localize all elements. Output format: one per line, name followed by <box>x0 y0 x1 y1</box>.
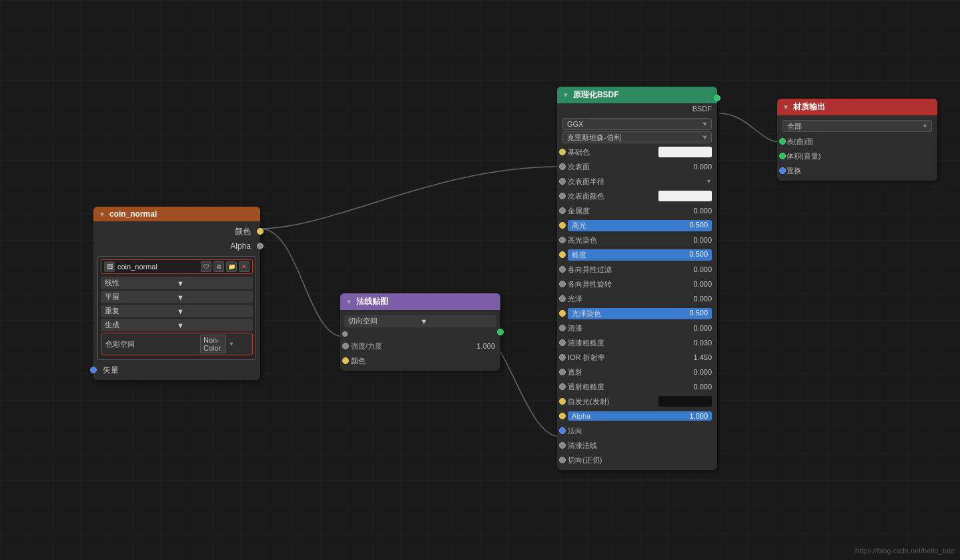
bsdf-row-4: 金属度 0.000 <box>557 203 717 218</box>
bsdf-row-18: Alpha 1.000 <box>557 409 717 423</box>
out-collapse-icon[interactable]: ▼ <box>783 103 789 111</box>
linear-label: 线性 <box>105 278 177 288</box>
roughness-slider[interactable]: 糙度 0.500 <box>568 249 712 261</box>
bsdf-socket-3[interactable] <box>559 193 566 199</box>
bsdf-socket-7[interactable] <box>559 251 566 258</box>
ggx-select[interactable]: GGX <box>562 118 712 130</box>
bsdf-socket-4[interactable] <box>559 207 566 214</box>
bsdf-output-socket[interactable] <box>714 95 721 101</box>
space-dropdown[interactable]: 切向空间 ▼ <box>344 315 496 327</box>
nm-collapse-icon[interactable]: ▼ <box>346 298 352 305</box>
bsdf-socket-16[interactable] <box>559 383 566 390</box>
coin-normal-title: coin_normal <box>109 209 157 219</box>
bsdf-socket-17[interactable] <box>559 398 566 405</box>
flat-dropdown[interactable]: 平展 ▼ <box>101 291 253 303</box>
bsdf-socket-20[interactable] <box>559 442 566 449</box>
bsdf-row-20: 清漆法线 <box>557 438 717 453</box>
nm-color-socket[interactable] <box>342 357 349 364</box>
bsdf-output-label: BSDF <box>557 103 717 114</box>
strength-socket[interactable] <box>342 343 349 349</box>
subsurface-color-field[interactable] <box>658 191 712 201</box>
space-arrow: ▼ <box>420 317 492 325</box>
linear-arrow: ▼ <box>177 279 249 287</box>
strength-row: 强度/力度 1.000 <box>340 339 500 353</box>
bsdf-socket-19[interactable] <box>559 427 566 434</box>
texture-name: coin_normal <box>117 263 198 271</box>
surface-socket[interactable] <box>779 138 786 145</box>
alpha-socket-out[interactable] <box>257 243 264 249</box>
space-wrap: 切向空间 ▼ <box>344 315 496 327</box>
bsdf-row-8: 各向异性过滤 0.000 <box>557 262 717 277</box>
bsdf-row-2: 次表面半径 ▼ <box>557 174 717 189</box>
close-btn[interactable]: ✕ <box>239 261 250 272</box>
generate-label: 生成 <box>105 320 177 330</box>
bsdf-socket-9[interactable] <box>559 281 566 287</box>
shield-btn[interactable]: 🛡 <box>201 261 211 272</box>
bsdf-socket-21[interactable] <box>559 457 566 463</box>
repeat-arrow: ▼ <box>177 307 249 315</box>
sheen-tint-slider[interactable]: 光泽染色 0.500 <box>568 308 712 319</box>
vector-socket-out[interactable] <box>90 367 97 373</box>
normal-map-body: 切向空间 ▼ 强度/力度 1.000 颜色 <box>340 310 500 371</box>
color-space-row: 色彩空间 Non-Color ▼ <box>101 333 253 355</box>
normal-map-title: 法线贴图 <box>356 296 388 307</box>
bsdf-socket-13[interactable] <box>559 339 566 346</box>
bsdf-row-12: 清漆 0.000 <box>557 321 717 335</box>
bsdf-collapse-icon[interactable]: ▼ <box>562 91 569 99</box>
collapse-icon[interactable]: ▼ <box>99 211 105 218</box>
bsdf-title: 原理化BSDF <box>573 89 619 101</box>
folder-btn[interactable]: 📁 <box>226 261 237 272</box>
bsdf-row-17: 自发光(发射) <box>557 394 717 409</box>
base-color-field[interactable] <box>658 147 712 157</box>
output-body: 全部 表(曲)面 体积(音量) 置换 <box>777 115 937 181</box>
bsdf-socket-14[interactable] <box>559 354 566 361</box>
displacement-socket[interactable] <box>779 167 786 174</box>
generate-dropdown[interactable]: 生成 ▼ <box>101 319 253 331</box>
bsdf-socket-12[interactable] <box>559 325 566 331</box>
ggx-select-wrap[interactable]: GGX ▼ <box>562 118 712 130</box>
bsdf-socket-6[interactable] <box>559 237 566 243</box>
specular-slider[interactable]: 高光 0.500 <box>568 220 712 231</box>
bsdf-socket-8[interactable] <box>559 266 566 273</box>
bsdf-socket-10[interactable] <box>559 295 566 302</box>
bsdf-row-14: IOR 折射率 1.450 <box>557 350 717 365</box>
flat-label: 平展 <box>105 292 177 302</box>
normal-map-node: ▼ 法线贴图 切向空间 ▼ 强度/力度 1.000 颜色 <box>340 293 500 371</box>
emission-field[interactable] <box>658 396 712 407</box>
nm-small-socket[interactable] <box>342 331 348 337</box>
bsdf-row-11: 光泽染色 0.500 <box>557 306 717 321</box>
bsdf-row-1: 次表面 0.000 <box>557 159 717 174</box>
copy-btn[interactable]: ⧉ <box>213 261 224 272</box>
color-space-value[interactable]: Non-Color <box>200 335 227 353</box>
output-select-wrap[interactable]: 全部 <box>783 120 932 132</box>
output-header: ▼ 材质输出 <box>777 99 937 115</box>
linear-dropdown[interactable]: 线性 ▼ <box>101 277 253 289</box>
bsdf-header: ▼ 原理化BSDF <box>557 87 717 103</box>
nm-color-label: 颜色 <box>351 356 495 366</box>
bsdf-row-10: 光泽 0.000 <box>557 291 717 306</box>
bsdf-socket-15[interactable] <box>559 369 566 375</box>
output-color-row: 颜色 <box>93 224 260 239</box>
repeat-dropdown[interactable]: 重复 ▼ <box>101 305 253 317</box>
bsdf-body: GGX ▼ 克里斯坦森-伯利 ▼ 基础色 次表面 0.000 次表面半径 ▼ <box>557 114 717 470</box>
alpha-slider[interactable]: Alpha 1.000 <box>568 411 712 421</box>
bsdf-socket-11[interactable] <box>559 310 566 317</box>
watermark: https://blog.csdn.net/hello_tute <box>855 547 955 555</box>
output-select[interactable]: 全部 <box>783 120 932 132</box>
color-socket-out[interactable] <box>257 228 264 235</box>
bsdf-row-7: 糙度 0.500 <box>557 247 717 262</box>
coin-normal-header: ▼ coin_normal <box>93 207 260 221</box>
bsdf-row-16: 透射粗糙度 0.000 <box>557 379 717 394</box>
bsdf-socket-18[interactable] <box>559 413 566 419</box>
nm-socket-row <box>340 329 500 339</box>
christensen-select[interactable]: 克里斯坦森-伯利 <box>562 131 712 143</box>
bsdf-socket-2[interactable] <box>559 178 566 185</box>
christensen-select-wrap[interactable]: 克里斯坦森-伯利 ▼ <box>562 131 712 143</box>
bsdf-socket-5[interactable] <box>559 222 566 229</box>
bsdf-socket-0[interactable] <box>559 149 566 155</box>
strength-label: 强度/力度 <box>351 341 466 351</box>
output-row-2: 置换 <box>777 163 937 178</box>
volume-socket[interactable] <box>779 153 786 159</box>
bsdf-socket-1[interactable] <box>559 163 566 170</box>
bsdf-row-21: 切向(正切) <box>557 453 717 467</box>
